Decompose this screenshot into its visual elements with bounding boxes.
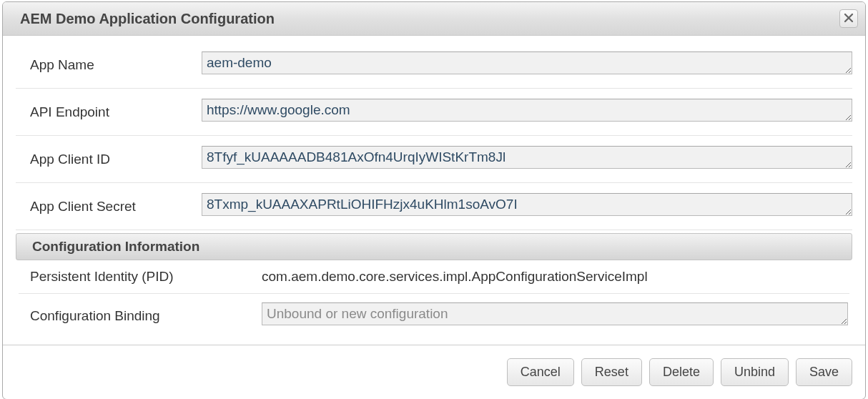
unbind-button[interactable]: Unbind: [721, 358, 789, 386]
input-client-secret[interactable]: [202, 193, 852, 216]
close-button[interactable]: [839, 9, 858, 28]
config-dialog: AEM Demo Application Configuration App N…: [2, 1, 866, 399]
delete-button[interactable]: Delete: [649, 358, 714, 386]
input-client-id[interactable]: [202, 146, 852, 169]
cancel-button[interactable]: Cancel: [507, 358, 574, 386]
row-app-name: App Name: [16, 41, 852, 89]
row-client-secret: App Client Secret: [16, 183, 852, 230]
close-icon: [844, 11, 854, 26]
label-api-endpoint: API Endpoint: [16, 104, 202, 120]
config-info-header: Configuration Information: [16, 233, 852, 260]
button-bar: Cancel Reset Delete Unbind Save: [3, 345, 865, 399]
form-area: App Name API Endpoint App Client ID App …: [3, 36, 865, 338]
label-client-id: App Client ID: [16, 152, 202, 167]
label-pid: Persistent Identity (PID): [19, 269, 262, 285]
value-pid: com.aem.demo.core.services.impl.AppConfi…: [262, 269, 849, 285]
label-client-secret: App Client Secret: [16, 199, 202, 215]
label-binding: Configuration Binding: [19, 308, 262, 324]
row-client-id: App Client ID: [16, 136, 852, 183]
value-binding: [262, 302, 848, 325]
input-api-endpoint[interactable]: [202, 99, 852, 122]
dialog-title: AEM Demo Application Configuration: [20, 11, 275, 27]
row-pid: Persistent Identity (PID) com.aem.demo.c…: [19, 260, 849, 294]
input-app-name[interactable]: [202, 51, 852, 74]
row-binding: Configuration Binding: [19, 294, 849, 338]
label-app-name: App Name: [16, 57, 202, 73]
row-api-endpoint: API Endpoint: [16, 89, 852, 136]
save-button[interactable]: Save: [796, 358, 852, 386]
reset-button[interactable]: Reset: [581, 358, 642, 386]
dialog-titlebar: AEM Demo Application Configuration: [3, 2, 865, 36]
